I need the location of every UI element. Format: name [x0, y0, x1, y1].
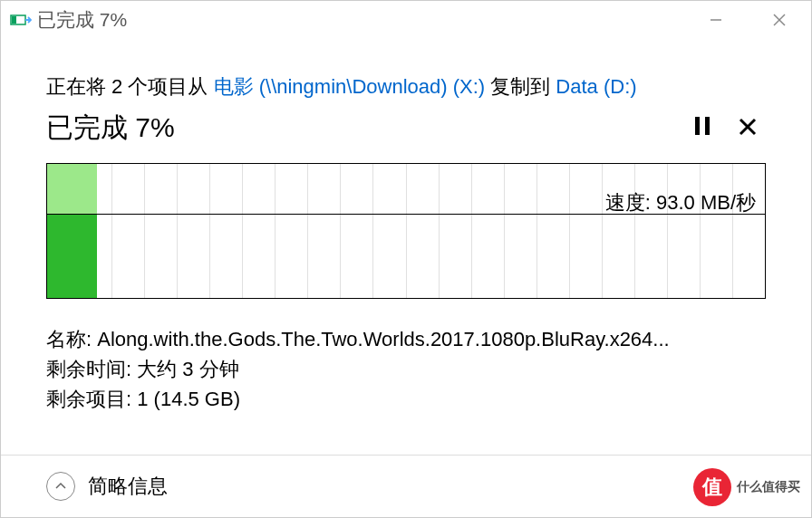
watermark: 值 什么值得买 — [693, 468, 800, 506]
dest-link[interactable]: Data (D:) — [556, 75, 636, 98]
speed-label-text: 速度: — [605, 191, 656, 214]
window-controls — [684, 1, 811, 39]
action-buttons — [693, 116, 766, 141]
items-value: 1 (14.5 GB) — [137, 388, 240, 410]
detail-time: 剩余时间: 大约 3 分钟 — [46, 354, 766, 384]
time-value: 大约 3 分钟 — [137, 358, 238, 380]
svg-rect-5 — [695, 117, 700, 135]
minimize-button[interactable] — [684, 1, 748, 39]
watermark-text: 什么值得买 — [737, 479, 800, 495]
detail-name: 名称: Along.with.the.Gods.The.Two.Worlds.2… — [46, 324, 766, 354]
content-area: 正在将 2 个项目从 电影 (\\ningmin\Download) (X:) … — [1, 39, 811, 414]
close-button[interactable] — [748, 1, 811, 39]
toggle-details-button[interactable] — [46, 472, 75, 501]
window-title: 已完成 7% — [37, 7, 684, 33]
copy-description: 正在将 2 个项目从 电影 (\\ningmin\Download) (X:) … — [46, 73, 766, 101]
speed-label: 速度: 93.0 MB/秒 — [605, 189, 756, 216]
copy-middle: 复制到 — [485, 75, 556, 98]
speed-value: 93.0 MB/秒 — [656, 191, 756, 214]
titlebar: 已完成 7% — [1, 1, 811, 39]
toggle-details-label[interactable]: 简略信息 — [88, 473, 168, 500]
progress-status: 已完成 7% — [46, 110, 175, 147]
cancel-button[interactable] — [739, 116, 757, 141]
name-value: Along.with.the.Gods.The.Two.Worlds.2017.… — [97, 328, 669, 350]
svg-rect-6 — [705, 117, 710, 135]
progress-remaining-bar — [47, 164, 97, 214]
copy-prefix: 正在将 2 个项目从 — [46, 75, 214, 98]
items-label: 剩余项目: — [46, 388, 137, 410]
speed-graph: 速度: 93.0 MB/秒 — [46, 163, 766, 299]
footer: 简略信息 — [1, 455, 811, 517]
watermark-badge: 值 — [693, 468, 731, 506]
svg-rect-1 — [12, 16, 16, 24]
time-label: 剩余时间: — [46, 358, 137, 380]
graph-grid — [47, 164, 765, 298]
pause-button[interactable] — [693, 116, 711, 141]
progress-done-bar — [47, 214, 97, 298]
detail-items: 剩余项目: 1 (14.5 GB) — [46, 384, 766, 414]
source-link[interactable]: 电影 (\\ningmin\Download) (X:) — [214, 75, 486, 98]
copy-progress-icon — [10, 11, 32, 29]
status-row: 已完成 7% — [46, 110, 766, 147]
details-section: 名称: Along.with.the.Gods.The.Two.Worlds.2… — [46, 324, 766, 414]
name-label: 名称: — [46, 328, 97, 350]
